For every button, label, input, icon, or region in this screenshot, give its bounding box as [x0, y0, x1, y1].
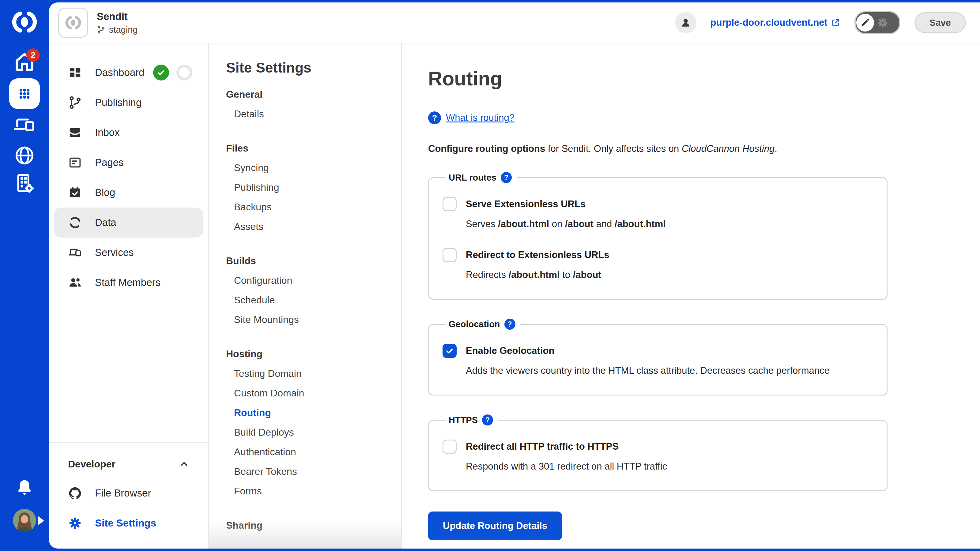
bell-icon: [15, 478, 34, 497]
header-actions: purple-door.cloudvent.net Save: [675, 11, 966, 34]
globe-icon: [13, 144, 36, 167]
option-label: Serve Extensionless URLs: [466, 197, 666, 211]
option-description: Adds the viewers country into the HTML c…: [466, 364, 830, 378]
sidebar-item-blog[interactable]: Blog: [49, 178, 208, 208]
help-question-icon[interactable]: ?: [501, 172, 512, 183]
rail-globe-button[interactable]: [13, 144, 36, 167]
data-sync-icon: [68, 216, 82, 230]
sidebar-item-inbox[interactable]: Inbox: [49, 118, 208, 148]
geolocation-legend: Geolocation ?: [445, 319, 520, 330]
sidebar-item-file-browser[interactable]: File Browser: [49, 478, 208, 508]
person-icon: [680, 17, 692, 29]
option-label: Enable Geolocation: [466, 344, 830, 358]
update-routing-details-button[interactable]: Update Routing Details: [428, 511, 562, 540]
settings-nav-item-bearer-tokens[interactable]: Bearer Tokens: [226, 462, 401, 481]
app-rail: 2: [0, 0, 49, 551]
sidebar-item-dashboard[interactable]: Dashboard: [49, 57, 208, 87]
geolocation-fieldset: Geolocation ? Enable Geolocation Adds th…: [428, 319, 888, 395]
app-window: 2: [0, 0, 980, 551]
site-title-block: Sendit staging: [97, 11, 138, 35]
settings-group-header: Sharing: [226, 516, 401, 535]
settings-nav-item-syncing[interactable]: Syncing: [226, 158, 401, 178]
account-button[interactable]: [675, 12, 697, 33]
settings-group-header: General: [226, 84, 401, 104]
intro-bold: Configure routing options: [428, 143, 545, 154]
help-question-icon: ?: [428, 111, 441, 124]
what-is-routing-link[interactable]: What is routing?: [446, 112, 514, 123]
help-link-row: ? What is routing?: [428, 111, 980, 124]
settings-group-hosting: Hosting Testing Domain Custom Domain Rou…: [226, 344, 401, 501]
serve-extensionless-checkbox[interactable]: [442, 197, 457, 211]
blog-calendar-icon: [68, 186, 82, 200]
sidebar-item-label: Blog: [95, 187, 115, 198]
site-logo: [58, 8, 88, 38]
help-question-icon[interactable]: ?: [504, 319, 515, 330]
settings-group-header: Files: [226, 138, 401, 158]
toggle-knob: [856, 14, 874, 32]
sidebar-divider: [49, 442, 208, 443]
settings-nav-item-details[interactable]: Details: [226, 104, 401, 124]
option-description: Serves /about.html on /about and /about.…: [466, 218, 666, 231]
settings-nav-item-backups[interactable]: Backups: [226, 197, 401, 217]
notifications-button[interactable]: [15, 478, 34, 497]
status-success-icon: [153, 65, 169, 81]
settings-nav-item-publishing[interactable]: Publishing: [226, 178, 401, 197]
cloudcannon-logo-icon: [10, 8, 38, 36]
rail-organization-button[interactable]: [13, 171, 36, 195]
intro-italic: CloudCannon Hosting: [682, 143, 775, 154]
settings-nav-item-custom-domain[interactable]: Custom Domain: [226, 383, 401, 403]
option-texts: Redirect to Extensionless URLs Redirects…: [466, 248, 609, 282]
settings-nav-item-forms[interactable]: Forms: [226, 481, 401, 501]
settings-nav-item-authentication[interactable]: Authentication: [226, 442, 401, 462]
settings-group-general: General Details: [226, 84, 401, 124]
apps-grid-icon: [16, 85, 33, 102]
sidebar-item-site-settings[interactable]: Site Settings: [49, 508, 208, 538]
sidebar-item-pages[interactable]: Pages: [49, 148, 208, 178]
sidebar-item-label: Data: [95, 217, 116, 229]
user-avatar[interactable]: [13, 509, 36, 532]
external-link-icon: [831, 18, 840, 27]
gear-icon: [877, 16, 889, 29]
option-texts: Serve Extensionless URLs Serves /about.h…: [466, 197, 666, 231]
redirect-extensionless-checkbox[interactable]: [442, 248, 457, 262]
rail-devices-button[interactable]: [13, 113, 36, 137]
sidebar-item-publishing[interactable]: Publishing: [49, 87, 208, 118]
option-row: Enable Geolocation Adds the viewers coun…: [442, 344, 874, 378]
sidebar-item-staff-members[interactable]: Staff Members: [49, 268, 208, 297]
redirect-https-checkbox[interactable]: [442, 440, 457, 454]
rail-apps-button[interactable]: [9, 78, 40, 109]
inbox-icon: [68, 125, 82, 140]
chevron-up-icon: [179, 459, 189, 469]
save-button[interactable]: Save: [915, 12, 966, 33]
settings-nav-item-testing-domain[interactable]: Testing Domain: [226, 364, 401, 383]
settings-nav-item-assets[interactable]: Assets: [226, 217, 401, 236]
devices-icon: [13, 113, 36, 137]
avatar-expand-arrow-icon[interactable]: [38, 516, 44, 525]
settings-nav-item-site-mountings[interactable]: Site Mountings: [226, 310, 401, 329]
settings-nav-item-build-deploys[interactable]: Build Deploys: [226, 422, 401, 442]
site-domain-link[interactable]: purple-door.cloudvent.net: [711, 17, 840, 28]
people-icon: [68, 275, 82, 290]
app-card: Sendit staging purple-door.cloudvent.net: [49, 2, 980, 549]
settings-nav-item-configuration[interactable]: Configuration: [226, 271, 401, 290]
sidebar-item-services[interactable]: Services: [49, 238, 208, 268]
sidebar-item-label: Services: [95, 247, 134, 258]
dashboard-icon: [68, 65, 82, 79]
edit-settings-toggle[interactable]: [854, 11, 900, 34]
help-question-icon[interactable]: ?: [482, 414, 493, 426]
environment-label: staging: [109, 25, 138, 35]
sidebar-item-data[interactable]: Data: [54, 208, 204, 238]
settings-nav: Site Settings General Details Files Sync…: [208, 43, 402, 549]
https-legend: HTTPS ?: [445, 414, 498, 426]
settings-group-builds: Builds Configuration Schedule Site Mount…: [226, 251, 401, 329]
check-icon: [445, 346, 454, 356]
avatar-photo-icon: [13, 509, 36, 532]
settings-nav-item-routing[interactable]: Routing: [226, 403, 401, 422]
developer-section-toggle[interactable]: Developer: [49, 450, 208, 478]
option-description: Responds with a 301 redirect on all HTTP…: [466, 460, 667, 473]
https-fieldset: HTTPS ? Redirect all HTTP traffic to HTT…: [428, 414, 888, 491]
enable-geolocation-checkbox[interactable]: [442, 344, 457, 358]
settings-group-header: Hosting: [226, 344, 401, 364]
settings-nav-item-schedule[interactable]: Schedule: [226, 290, 401, 310]
option-description: Redirects /about.html to /about: [466, 268, 609, 282]
